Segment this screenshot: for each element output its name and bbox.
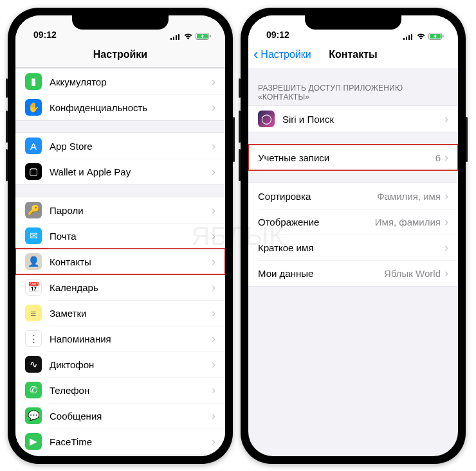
- calendar-icon: 📅: [25, 279, 42, 296]
- mail-icon: ✉: [25, 227, 42, 244]
- passwords-icon: 🔑: [25, 202, 42, 218]
- status-indicators: [170, 33, 211, 40]
- chevron-right-icon: ›: [444, 152, 448, 163]
- status-bar: 09:12: [15, 15, 225, 41]
- row-shortname[interactable]: Краткое имя›: [248, 235, 458, 260]
- phone-icon: ✆: [25, 382, 42, 398]
- status-time: 09:12: [266, 30, 289, 40]
- row-value: Имя, фамилия: [375, 217, 441, 227]
- chevron-right-icon: ›: [212, 76, 215, 87]
- status-time: 09:12: [33, 30, 57, 40]
- row-label: Siri и Поиск: [282, 114, 444, 125]
- chevron-right-icon: ›: [212, 230, 215, 242]
- row-label: Краткое имя: [258, 242, 444, 253]
- row-phone[interactable]: ✆Телефон›: [15, 377, 225, 403]
- chevron-right-icon: ›: [212, 204, 215, 216]
- back-button[interactable]: ‹ Настройки: [253, 48, 311, 62]
- row-calendar[interactable]: 📅Календарь›: [15, 274, 225, 300]
- phone-mockup-right: 09:12 ‹ Настройки Контакты РАЗРЕШИТЬ ДОС…: [241, 8, 466, 464]
- row-contacts[interactable]: 👤Контакты›: [15, 249, 225, 274]
- svg-rect-0: [170, 38, 172, 40]
- svg-rect-1: [173, 37, 174, 40]
- messages-icon: 💬: [25, 407, 42, 424]
- chevron-right-icon: ›: [212, 256, 215, 267]
- row-label: Учетные записи: [258, 152, 435, 163]
- row-label: App Store: [50, 141, 212, 152]
- row-appstore[interactable]: AApp Store›: [15, 133, 225, 159]
- status-indicators: [403, 33, 444, 40]
- contacts-icon: 👤: [25, 253, 42, 270]
- nav-header: Настройки: [15, 41, 225, 68]
- row-sort[interactable]: СортировкаФамилия, имя›: [248, 183, 458, 209]
- notes-icon: ≡: [25, 305, 42, 321]
- row-value: Яблык World: [384, 268, 441, 279]
- row-myinfo[interactable]: Мои данныеЯблык World›: [248, 260, 458, 286]
- row-safari[interactable]: ❊Safari›: [15, 454, 225, 456]
- svg-rect-9: [408, 35, 410, 40]
- svg-rect-13: [443, 35, 444, 38]
- row-label: Календарь: [50, 282, 212, 293]
- row-label: Wallet и Apple Pay: [50, 166, 212, 177]
- svg-rect-6: [210, 35, 211, 38]
- row-privacy[interactable]: ✋Конфиденциальность›: [15, 94, 225, 120]
- chevron-right-icon: ›: [212, 281, 215, 293]
- row-label: Мои данные: [258, 268, 384, 279]
- row-wallet[interactable]: ▢Wallet и Apple Pay›: [15, 159, 225, 184]
- svg-rect-10: [411, 34, 412, 40]
- row-label: Конфиденциальность: [50, 102, 212, 113]
- contacts-settings-list[interactable]: РАЗРЕШИТЬ ДОСТУП ПРИЛОЖЕНИЮ «КОНТАКТЫ»◯S…: [248, 68, 458, 456]
- chevron-right-icon: ›: [212, 333, 215, 344]
- row-label: FaceTime: [50, 436, 212, 447]
- battery-charging-icon: [428, 33, 444, 40]
- back-label: Настройки: [261, 49, 311, 60]
- row-label: Почта: [50, 231, 212, 242]
- row-display[interactable]: ОтображениеИмя, фамилия›: [248, 209, 458, 235]
- row-label: Телефон: [50, 385, 212, 396]
- chevron-right-icon: ›: [444, 267, 448, 279]
- row-notes[interactable]: ≡Заметки›: [15, 300, 225, 326]
- row-accounts[interactable]: Учетные записи6›: [248, 145, 458, 170]
- chevron-right-icon: ›: [212, 140, 215, 152]
- row-label: Напоминания: [50, 333, 212, 344]
- siri-icon: ◯: [258, 111, 275, 127]
- row-battery[interactable]: ▮Аккумулятор›: [15, 69, 225, 94]
- appstore-icon: A: [25, 138, 42, 154]
- svg-rect-3: [178, 34, 179, 40]
- row-facetime[interactable]: ▶FaceTime›: [15, 429, 225, 454]
- row-label: Диктофон: [50, 359, 212, 370]
- reminders-icon: ⋮: [25, 330, 42, 347]
- row-label: Отображение: [258, 217, 375, 227]
- chevron-right-icon: ›: [444, 113, 448, 125]
- row-label: Сообщения: [50, 411, 212, 422]
- settings-list[interactable]: ▮Аккумулятор›✋Конфиденциальность›AApp St…: [15, 68, 225, 456]
- chevron-left-icon: ‹: [253, 48, 258, 62]
- facetime-icon: ▶: [25, 433, 42, 450]
- cellular-signal-icon: [170, 33, 181, 40]
- battery-icon: ▮: [25, 73, 42, 90]
- section-header: РАЗРЕШИТЬ ДОСТУП ПРИЛОЖЕНИЮ «КОНТАКТЫ»: [248, 80, 458, 105]
- row-messages[interactable]: 💬Сообщения›: [15, 403, 225, 429]
- row-passwords[interactable]: 🔑Пароли›: [15, 197, 225, 223]
- chevron-right-icon: ›: [212, 410, 215, 422]
- chevron-right-icon: ›: [212, 307, 215, 319]
- voicememos-icon: ∿: [25, 356, 42, 373]
- row-label: Аккумулятор: [50, 76, 212, 87]
- privacy-icon: ✋: [25, 99, 42, 116]
- phone-mockup-left: 09:12 Настройки ▮Аккумулятор›✋Конфиденци…: [8, 8, 233, 464]
- battery-charging-icon: [196, 33, 211, 40]
- chevron-right-icon: ›: [212, 102, 215, 113]
- wifi-icon: [416, 33, 426, 40]
- chevron-right-icon: ›: [212, 384, 215, 396]
- row-siri[interactable]: ◯Siri и Поиск›: [248, 106, 458, 132]
- chevron-right-icon: ›: [212, 436, 215, 447]
- chevron-right-icon: ›: [212, 359, 215, 370]
- row-label: Контакты: [50, 256, 212, 267]
- page-title: Настройки: [93, 49, 147, 60]
- row-value: 6: [435, 152, 441, 163]
- svg-rect-8: [406, 37, 407, 40]
- svg-rect-2: [176, 35, 177, 40]
- svg-rect-7: [403, 38, 405, 40]
- row-reminders[interactable]: ⋮Напоминания›: [15, 326, 225, 351]
- row-voicememos[interactable]: ∿Диктофон›: [15, 351, 225, 377]
- row-mail[interactable]: ✉Почта›: [15, 223, 225, 249]
